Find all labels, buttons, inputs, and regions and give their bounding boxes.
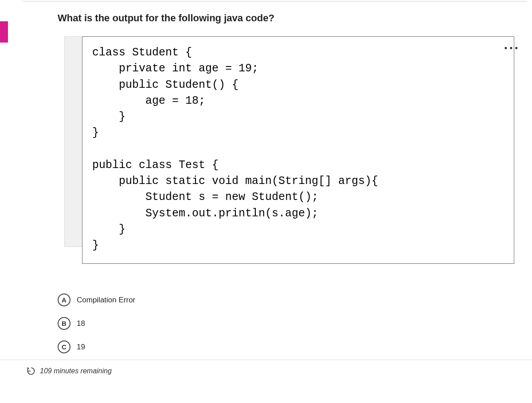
question-accent-tab: [0, 21, 8, 43]
more-icon[interactable]: •••: [504, 43, 519, 55]
option-letter: C: [58, 340, 70, 353]
option-letter: B: [58, 317, 70, 330]
code-area: class Student { private int age = 19; pu…: [66, 36, 514, 264]
code-box: class Student { private int age = 19; pu…: [82, 36, 514, 264]
footer-bar: 109 minutes remaining: [0, 360, 532, 382]
code-gutter: [64, 36, 82, 247]
option-c[interactable]: C 19: [58, 335, 514, 359]
option-text: 19: [77, 343, 85, 352]
content-area: What is the output for the following jav…: [58, 1, 514, 382]
option-text: Compilation Error: [77, 296, 135, 305]
question-title: What is the output for the following jav…: [58, 12, 514, 24]
option-letter: A: [58, 293, 70, 306]
code-text: class Student { private int age = 19; pu…: [92, 46, 378, 252]
option-a[interactable]: A Compilation Error: [58, 288, 514, 312]
timer-icon: [27, 367, 35, 376]
page: What is the output for the following jav…: [0, 1, 532, 382]
option-text: 18: [77, 319, 85, 328]
option-b[interactable]: B 18: [58, 312, 514, 335]
time-remaining-text: 109 minutes remaining: [40, 367, 112, 375]
